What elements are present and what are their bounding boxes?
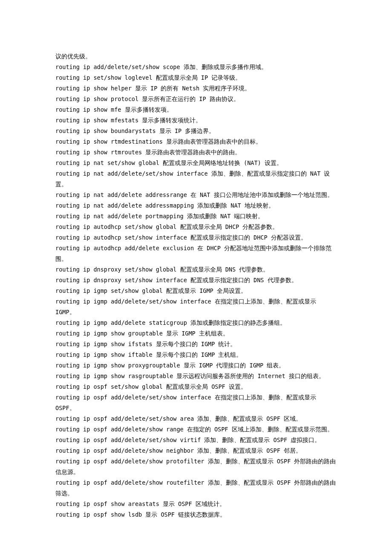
- text-line: routing ip show helper 显示 IP 的所有 Netsh 实…: [55, 83, 337, 94]
- text-line: routing ip show rtmroutes 显示路由表管理器路由表中的路…: [55, 147, 337, 158]
- text-line: routing ip add/delete/set/show scope 添加、…: [55, 62, 337, 72]
- text-line: routing ip show mfe 显示多播转发项。: [55, 104, 337, 115]
- text-line: 议的优先级。: [55, 51, 337, 62]
- text-line: routing ip show rtmdestinations 显示路由表管理器…: [55, 136, 337, 147]
- text-line: routing ip igmp add/delete staticgroup 添…: [55, 318, 337, 328]
- document-body: 议的优先级。routing ip add/delete/set/show sco…: [55, 51, 337, 520]
- text-line: routing ip set/show loglevel 配置或显示全局 IP …: [55, 72, 337, 83]
- text-line: routing ip ospf add/delete/set/show area…: [55, 413, 337, 424]
- text-line: routing ip igmp show iftable 显示每个接口的 IGM…: [55, 350, 337, 360]
- text-line: routing ip ospf add/delete/set/show virt…: [55, 435, 337, 445]
- text-line: routing ip dnsproxy set/show global 配置或显…: [55, 264, 337, 275]
- text-line: routing ip ospf set/show global 配置或显示全局 …: [55, 382, 337, 392]
- text-line: routing ip igmp add/delete/set/show inte…: [55, 296, 337, 318]
- text-line: routing ip igmp show rasgrouptable 显示远程访…: [55, 371, 337, 382]
- text-line: routing ip dnsproxy set/show interface 配…: [55, 275, 337, 286]
- text-line: routing ip igmp show ifstats 显示每个接口的 IGM…: [55, 339, 337, 350]
- text-line: routing ip igmp set/show global 配置或显示 IG…: [55, 286, 337, 296]
- document-page: 议的优先级。routing ip add/delete/set/show sco…: [0, 0, 392, 555]
- text-line: routing ip nat add/delete portmapping 添加…: [55, 211, 337, 222]
- text-line: routing ip ospf show lsdb 显示 OSPF 链接状态数据…: [55, 509, 337, 520]
- text-line: routing ip autodhcp set/show global 配置或显…: [55, 222, 337, 232]
- text-line: routing ip ospf add/delete/set/show inte…: [55, 392, 337, 413]
- text-line: routing ip ospf add/delete/show neighbor…: [55, 445, 337, 456]
- text-line: routing ip nat add/delete addressmapping…: [55, 200, 337, 211]
- text-line: routing ip nat add/delete addressrange 在…: [55, 190, 337, 200]
- text-line: routing ip ospf add/delete/show protofil…: [55, 456, 337, 477]
- text-line: routing ip show protocol 显示所有正在运行的 IP 路由…: [55, 94, 337, 104]
- text-line: routing ip ospf add/delete/show range 在指…: [55, 424, 337, 435]
- text-line: routing ip show boundarystats 显示 IP 多播边界…: [55, 126, 337, 136]
- text-line: routing ip autodhcp add/delete exclusion…: [55, 243, 337, 264]
- text-line: routing ip ospf show areastats 显示 OSPF 区…: [55, 499, 337, 509]
- text-line: routing ip show mfestats 显示多播转发项统计。: [55, 115, 337, 126]
- text-line: routing ip nat set/show global 配置或显示全局网络…: [55, 158, 337, 168]
- text-line: routing ip igmp show grouptable 显示 IGMP …: [55, 328, 337, 339]
- text-line: routing ip autodhcp set/show interface 配…: [55, 232, 337, 243]
- text-line: routing ip igmp show proxygrouptable 显示 …: [55, 360, 337, 371]
- text-line: routing ip ospf add/delete/show routefil…: [55, 477, 337, 499]
- text-line: routing ip nat add/delete/set/show inter…: [55, 168, 337, 190]
